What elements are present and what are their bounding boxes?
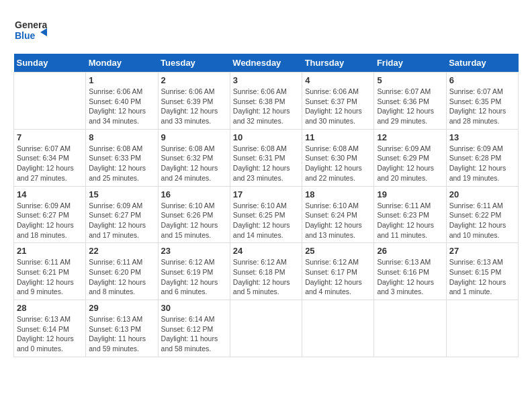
- calendar-cell: 2Sunrise: 6:06 AMSunset: 6:39 PMDaylight…: [158, 73, 230, 130]
- day-number: 6: [449, 75, 515, 85]
- calendar-cell: [230, 300, 302, 357]
- day-info: Sunrise: 6:10 AMSunset: 6:24 PMDaylight:…: [305, 201, 371, 240]
- calendar-cell: [374, 300, 446, 357]
- day-info: Sunrise: 6:11 AMSunset: 6:23 PMDaylight:…: [377, 201, 443, 240]
- page-header: General Blue: [13, 13, 519, 47]
- calendar-cell: 23Sunrise: 6:12 AMSunset: 6:19 PMDayligh…: [158, 243, 230, 300]
- week-row-4: 28Sunrise: 6:13 AMSunset: 6:14 PMDayligh…: [14, 300, 519, 357]
- calendar-table: SundayMondayTuesdayWednesdayThursdayFrid…: [13, 54, 519, 357]
- calendar-cell: [302, 300, 374, 357]
- header-saturday: Saturday: [446, 54, 518, 73]
- day-info: Sunrise: 6:07 AMSunset: 6:35 PMDaylight:…: [449, 87, 515, 126]
- day-number: 19: [377, 189, 443, 199]
- calendar-cell: 21Sunrise: 6:11 AMSunset: 6:21 PMDayligh…: [14, 243, 86, 300]
- day-info: Sunrise: 6:13 AMSunset: 6:14 PMDaylight:…: [17, 314, 83, 354]
- day-info: Sunrise: 6:07 AMSunset: 6:36 PMDaylight:…: [377, 87, 443, 126]
- calendar-cell: 15Sunrise: 6:09 AMSunset: 6:27 PMDayligh…: [86, 186, 158, 243]
- day-number: 5: [377, 75, 443, 85]
- calendar-cell: [14, 73, 86, 130]
- day-number: 27: [449, 246, 515, 256]
- calendar-cell: 14Sunrise: 6:09 AMSunset: 6:27 PMDayligh…: [14, 186, 86, 243]
- header-friday: Friday: [374, 54, 446, 73]
- calendar-cell: 29Sunrise: 6:13 AMSunset: 6:13 PMDayligh…: [86, 300, 158, 357]
- day-number: 14: [17, 189, 83, 199]
- week-row-1: 7Sunrise: 6:07 AMSunset: 6:34 PMDaylight…: [14, 129, 519, 186]
- day-info: Sunrise: 6:08 AMSunset: 6:33 PMDaylight:…: [89, 144, 154, 183]
- day-number: 15: [89, 189, 154, 199]
- calendar-cell: 17Sunrise: 6:10 AMSunset: 6:25 PMDayligh…: [230, 186, 302, 243]
- day-number: 9: [161, 132, 227, 142]
- day-number: 10: [233, 132, 299, 142]
- day-info: Sunrise: 6:10 AMSunset: 6:25 PMDaylight:…: [233, 201, 299, 240]
- svg-text:Blue: Blue: [15, 30, 36, 41]
- day-info: Sunrise: 6:14 AMSunset: 6:12 PMDaylight:…: [161, 314, 227, 354]
- day-number: 18: [305, 189, 371, 199]
- calendar-cell: 19Sunrise: 6:11 AMSunset: 6:23 PMDayligh…: [374, 186, 446, 243]
- day-info: Sunrise: 6:07 AMSunset: 6:34 PMDaylight:…: [17, 144, 83, 183]
- day-number: 21: [17, 246, 83, 256]
- header-thursday: Thursday: [302, 54, 374, 73]
- day-info: Sunrise: 6:11 AMSunset: 6:20 PMDaylight:…: [89, 257, 154, 297]
- calendar-cell: 11Sunrise: 6:08 AMSunset: 6:30 PMDayligh…: [302, 129, 374, 186]
- day-number: 28: [17, 303, 83, 313]
- calendar-cell: 9Sunrise: 6:08 AMSunset: 6:32 PMDaylight…: [158, 129, 230, 186]
- day-info: Sunrise: 6:12 AMSunset: 6:17 PMDaylight:…: [305, 257, 371, 297]
- calendar-cell: 5Sunrise: 6:07 AMSunset: 6:36 PMDaylight…: [374, 73, 446, 130]
- day-number: 20: [449, 189, 515, 199]
- calendar-cell: 7Sunrise: 6:07 AMSunset: 6:34 PMDaylight…: [14, 129, 86, 186]
- day-info: Sunrise: 6:13 AMSunset: 6:15 PMDaylight:…: [449, 257, 515, 297]
- week-row-2: 14Sunrise: 6:09 AMSunset: 6:27 PMDayligh…: [14, 186, 519, 243]
- day-number: 3: [233, 75, 299, 85]
- day-number: 17: [233, 189, 299, 199]
- header-sunday: Sunday: [14, 54, 86, 73]
- day-number: 1: [89, 75, 154, 85]
- day-info: Sunrise: 6:06 AMSunset: 6:38 PMDaylight:…: [233, 87, 299, 126]
- calendar-cell: 3Sunrise: 6:06 AMSunset: 6:38 PMDaylight…: [230, 73, 302, 130]
- day-info: Sunrise: 6:06 AMSunset: 6:40 PMDaylight:…: [89, 87, 154, 126]
- day-number: 12: [377, 132, 443, 142]
- calendar-header-row: SundayMondayTuesdayWednesdayThursdayFrid…: [14, 54, 519, 73]
- day-info: Sunrise: 6:12 AMSunset: 6:19 PMDaylight:…: [161, 257, 227, 297]
- day-number: 25: [305, 246, 371, 256]
- day-info: Sunrise: 6:11 AMSunset: 6:22 PMDaylight:…: [449, 201, 515, 240]
- calendar-cell: 30Sunrise: 6:14 AMSunset: 6:12 PMDayligh…: [158, 300, 230, 357]
- calendar-cell: 4Sunrise: 6:06 AMSunset: 6:37 PMDaylight…: [302, 73, 374, 130]
- day-number: 26: [377, 246, 443, 256]
- day-info: Sunrise: 6:09 AMSunset: 6:29 PMDaylight:…: [377, 144, 443, 183]
- calendar-cell: 1Sunrise: 6:06 AMSunset: 6:40 PMDaylight…: [86, 73, 158, 130]
- calendar-cell: 8Sunrise: 6:08 AMSunset: 6:33 PMDaylight…: [86, 129, 158, 186]
- calendar-cell: 22Sunrise: 6:11 AMSunset: 6:20 PMDayligh…: [86, 243, 158, 300]
- day-number: 8: [89, 132, 154, 142]
- logo: General Blue: [13, 13, 50, 47]
- day-info: Sunrise: 6:06 AMSunset: 6:37 PMDaylight:…: [305, 87, 371, 126]
- day-number: 2: [161, 75, 227, 85]
- day-info: Sunrise: 6:13 AMSunset: 6:16 PMDaylight:…: [377, 257, 443, 297]
- calendar-cell: 10Sunrise: 6:08 AMSunset: 6:31 PMDayligh…: [230, 129, 302, 186]
- calendar-cell: 16Sunrise: 6:10 AMSunset: 6:26 PMDayligh…: [158, 186, 230, 243]
- header-monday: Monday: [86, 54, 158, 73]
- day-number: 29: [89, 303, 154, 313]
- day-info: Sunrise: 6:11 AMSunset: 6:21 PMDaylight:…: [17, 257, 83, 297]
- day-number: 7: [17, 132, 83, 142]
- week-row-0: 1Sunrise: 6:06 AMSunset: 6:40 PMDaylight…: [14, 73, 519, 130]
- calendar-cell: 20Sunrise: 6:11 AMSunset: 6:22 PMDayligh…: [446, 186, 518, 243]
- calendar-cell: 24Sunrise: 6:12 AMSunset: 6:18 PMDayligh…: [230, 243, 302, 300]
- week-row-3: 21Sunrise: 6:11 AMSunset: 6:21 PMDayligh…: [14, 243, 519, 300]
- day-info: Sunrise: 6:12 AMSunset: 6:18 PMDaylight:…: [233, 257, 299, 297]
- day-number: 22: [89, 246, 154, 256]
- day-number: 16: [161, 189, 227, 199]
- day-info: Sunrise: 6:13 AMSunset: 6:13 PMDaylight:…: [89, 314, 154, 354]
- day-number: 11: [305, 132, 371, 142]
- calendar-cell: 12Sunrise: 6:09 AMSunset: 6:29 PMDayligh…: [374, 129, 446, 186]
- day-info: Sunrise: 6:06 AMSunset: 6:39 PMDaylight:…: [161, 87, 227, 126]
- svg-text:General: General: [15, 19, 47, 30]
- day-number: 23: [161, 246, 227, 256]
- calendar-cell: 6Sunrise: 6:07 AMSunset: 6:35 PMDaylight…: [446, 73, 518, 130]
- day-info: Sunrise: 6:09 AMSunset: 6:27 PMDaylight:…: [89, 201, 154, 240]
- day-number: 30: [161, 303, 227, 313]
- day-info: Sunrise: 6:08 AMSunset: 6:31 PMDaylight:…: [233, 144, 299, 183]
- day-number: 13: [449, 132, 515, 142]
- day-number: 4: [305, 75, 371, 85]
- day-info: Sunrise: 6:09 AMSunset: 6:27 PMDaylight:…: [17, 201, 83, 240]
- calendar-cell: [446, 300, 518, 357]
